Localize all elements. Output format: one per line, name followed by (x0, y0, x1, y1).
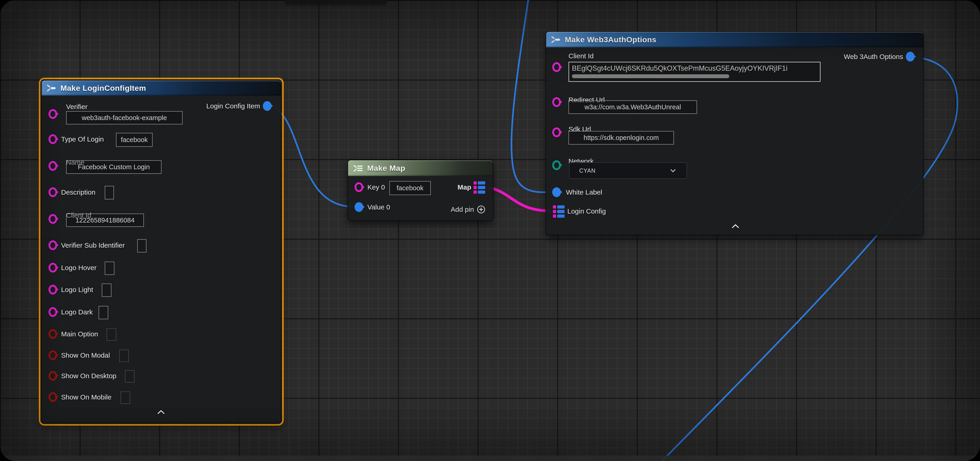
pin-label-logo-light: Logo Light (61, 286, 93, 294)
node-make-map[interactable]: Make Map Key 0 facebook Map Value 0 Add … (347, 160, 493, 221)
pin-label-client-id: Client Id (568, 52, 593, 60)
logo-light-field[interactable] (102, 283, 111, 297)
pin-label-map: Map (458, 183, 471, 191)
pin-label-key-0: Key 0 (368, 183, 385, 191)
client-id-field[interactable]: BEglQSgt4cUWcj6SKRdu5QkOXTsePmMcusG5EAoy… (568, 62, 821, 82)
pin-value-0[interactable] (355, 202, 363, 212)
pin-login-config[interactable] (553, 205, 565, 218)
partial-node-top[interactable] (285, 0, 387, 3)
pin-main-option[interactable] (48, 329, 57, 339)
pin-label-type-of-login: Type Of Login (61, 135, 104, 143)
node-make-loginconfigitem[interactable]: Make LoginConfigItem Login Config Item V… (41, 80, 282, 423)
wire-login-config-item-to-value0[interactable] (271, 106, 354, 207)
pin-map-output[interactable] (474, 181, 485, 194)
collapse-chevron-up-icon[interactable] (156, 409, 166, 415)
node-header[interactable]: Make LoginConfigItem (41, 81, 281, 95)
collapse-chevron-up-icon[interactable] (730, 223, 740, 229)
add-pin-button[interactable]: Add pin (451, 205, 485, 214)
pin-redirect-url[interactable] (552, 97, 561, 107)
type-of-login-field[interactable]: facebook (116, 133, 153, 147)
pin-client-id[interactable] (552, 62, 561, 72)
pin-show-on-desktop[interactable] (48, 371, 57, 381)
sdk-url-field[interactable]: https://sdk.openlogin.com (568, 131, 674, 145)
name-field[interactable]: Facebook Custom Login (66, 160, 162, 174)
pin-label-logo-dark: Logo Dark (61, 308, 93, 316)
pin-show-on-modal[interactable] (48, 350, 57, 360)
node-header[interactable]: Make Map (348, 160, 493, 176)
panel-bottom-edge (0, 456, 980, 461)
pin-label-logo-hover: Logo Hover (61, 264, 97, 272)
network-dropdown[interactable]: CYAN (569, 162, 687, 179)
pin-label-show-on-mobile: Show On Mobile (61, 393, 111, 401)
pin-label-verifier-sub-identifier: Verifier Sub Identifier (61, 242, 125, 249)
pin-output-web3auth-options[interactable] (906, 52, 915, 62)
pin-label-verifier: Verifier (66, 103, 88, 111)
client-id-text: BEglQSgt4cUWcj6SKRdu5QkOXTsePmMcusG5EAoy… (572, 64, 788, 73)
plus-circle-icon (477, 205, 485, 214)
logo-dark-field[interactable] (99, 306, 108, 319)
verifier-field[interactable]: web3auth-facebook-example (66, 111, 183, 124)
node-make-web3authoptions[interactable]: Make Web3AuthOptions Web 3Auth Options C… (546, 31, 923, 235)
pin-verifier[interactable] (48, 109, 57, 119)
pin-logo-dark[interactable] (48, 307, 57, 317)
logo-hover-field[interactable] (105, 262, 115, 275)
pin-name[interactable] (48, 161, 57, 171)
pin-verifier-sub-identifier[interactable] (48, 240, 57, 250)
pin-label-login-config: Login Config (567, 207, 606, 215)
node-title: Make Web3AuthOptions (565, 35, 656, 44)
client-id-field[interactable]: 1222658941886084 (66, 214, 144, 227)
add-pin-label: Add pin (451, 205, 474, 213)
description-field[interactable] (105, 186, 114, 199)
pin-label-value-0: Value 0 (368, 203, 390, 211)
network-selected-value: CYAN (579, 167, 596, 174)
pin-label-main-option: Main Option (61, 330, 98, 338)
show-on-desktop-checkbox[interactable] (125, 370, 135, 383)
pin-logo-light[interactable] (48, 285, 57, 294)
show-on-modal-checkbox[interactable] (119, 350, 129, 362)
key-0-field[interactable]: facebook (389, 181, 431, 195)
pin-label-description: Description (61, 188, 95, 196)
pin-key-0[interactable] (355, 182, 363, 192)
pin-label-white-label: White Label (566, 188, 602, 196)
pin-label-show-on-modal: Show On Modal (61, 351, 110, 359)
pin-description[interactable] (48, 187, 57, 197)
show-on-mobile-checkbox[interactable] (121, 391, 130, 404)
pin-sdk-url[interactable] (552, 127, 561, 137)
pin-label-show-on-desktop: Show On Desktop (61, 372, 116, 380)
node-title: Make LoginConfigItem (60, 84, 146, 92)
make-struct-icon (551, 36, 561, 43)
pin-white-label[interactable] (552, 187, 561, 197)
pin-logo-hover[interactable] (48, 263, 57, 273)
client-id-scrollbar[interactable] (572, 74, 729, 78)
pin-type-of-login[interactable] (48, 134, 57, 144)
pin-client-id[interactable] (48, 214, 57, 224)
redirect-url-field[interactable]: w3a://com.w3a.Web3AuthUnreal (568, 100, 697, 114)
pin-label-login-config-item: Login Config Item (206, 102, 260, 110)
make-map-icon (353, 164, 363, 172)
pin-network[interactable] (552, 160, 561, 170)
verifier-sub-identifier-field[interactable] (137, 239, 146, 253)
chevron-down-icon (670, 169, 676, 172)
pin-show-on-mobile[interactable] (48, 392, 57, 402)
main-option-checkbox[interactable] (107, 328, 116, 341)
pin-label-web3auth-options: Web 3Auth Options (844, 53, 903, 60)
wire-map-to-login-config[interactable] (486, 187, 550, 211)
make-struct-icon (47, 84, 57, 91)
node-title: Make Map (367, 164, 406, 173)
pin-output-login-config-item[interactable] (263, 101, 272, 111)
blueprint-canvas[interactable]: Make LoginConfigItem Login Config Item V… (0, 0, 980, 461)
node-header[interactable]: Make Web3AuthOptions (546, 32, 923, 47)
